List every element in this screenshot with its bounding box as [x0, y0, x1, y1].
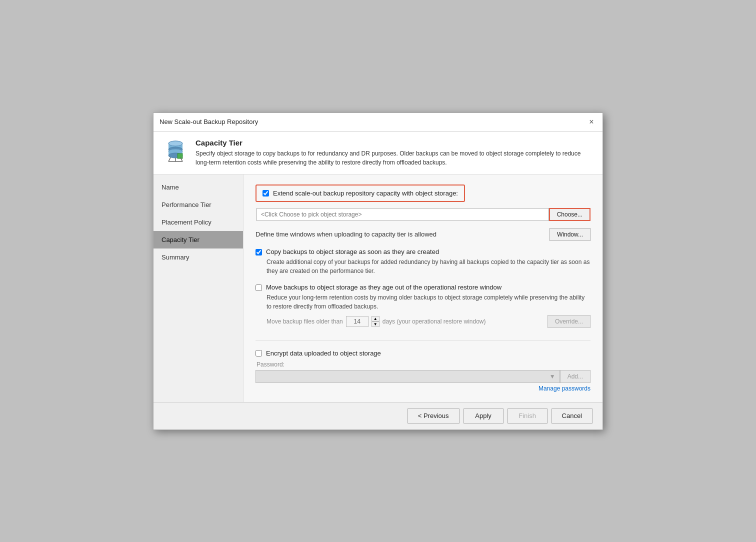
extend-section: Extend scale-out backup repository capac… [256, 184, 465, 202]
move-option-label: Move backups to object storage as they a… [266, 284, 502, 291]
move-option-row: Move backups to object storage as they a… [256, 284, 590, 291]
svg-rect-7 [178, 154, 182, 158]
copy-option-block: Copy backups to object storage as soon a… [256, 248, 590, 276]
dialog-title: New Scale-out Backup Repository [160, 118, 258, 126]
move-suffix-text: days (your operational restore window) [382, 318, 486, 325]
apply-button[interactable]: Apply [464, 408, 504, 424]
footer: < Previous Apply Finish Cancel [154, 402, 602, 430]
title-bar: New Scale-out Backup Repository × [154, 113, 602, 132]
extend-checkbox[interactable] [262, 190, 269, 196]
header-description: Specify object storage to copy backups t… [196, 149, 592, 167]
content-area: Name Performance Tier Placement Policy C… [154, 174, 602, 402]
sidebar-item-summary[interactable]: Summary [154, 248, 243, 266]
dropdown-arrow-icon: ▼ [550, 373, 556, 380]
spinner-down: ▼ [372, 322, 380, 327]
copy-option-row: Copy backups to object storage as soon a… [256, 248, 590, 256]
copy-option-description: Create additional copy of your backups f… [266, 258, 590, 276]
header-section: Capacity Tier Specify object storage to … [154, 132, 602, 174]
add-password-button: Add... [560, 370, 590, 383]
encrypt-section: Encrypt data uploaded to object storage … [256, 340, 590, 392]
main-content-panel: Extend scale-out backup repository capac… [244, 174, 602, 402]
move-option-block: Move backups to object storage as they a… [256, 284, 590, 328]
object-storage-row: Choose... [256, 208, 590, 221]
capacity-tier-icon [164, 138, 188, 164]
move-checkbox[interactable] [256, 284, 262, 291]
copy-option-label: Copy backups to object storage as soon a… [266, 248, 439, 256]
cancel-button[interactable]: Cancel [552, 408, 592, 424]
password-label: Password: [256, 361, 590, 368]
extend-label: Extend scale-out backup repository capac… [273, 190, 458, 197]
svg-line-8 [168, 158, 170, 162]
sidebar: Name Performance Tier Placement Policy C… [154, 174, 244, 402]
spinner-up: ▲ [372, 316, 380, 322]
move-days-row: Move backup files older than ▲ ▼ days (y… [266, 315, 590, 328]
finish-button: Finish [508, 408, 548, 424]
close-button[interactable]: × [586, 117, 596, 127]
move-option-description: Reduce your long-term retention costs by… [266, 293, 590, 311]
sidebar-item-performance-tier[interactable]: Performance Tier [154, 196, 243, 214]
object-storage-input[interactable] [256, 208, 549, 221]
main-dialog: New Scale-out Backup Repository × [153, 112, 603, 430]
move-prefix-text: Move backup files older than [266, 318, 343, 325]
time-window-text: Define time windows when uploading to ca… [256, 230, 436, 238]
days-spinner: ▲ ▼ [372, 316, 380, 327]
copy-checkbox[interactable] [256, 249, 262, 256]
encrypt-checkbox[interactable] [256, 350, 262, 356]
password-row: ▼ Add... [256, 370, 590, 383]
encrypt-label: Encrypt data uploaded to object storage [266, 350, 381, 357]
sidebar-item-capacity-tier[interactable]: Capacity Tier [154, 231, 243, 248]
header-title: Capacity Tier [196, 138, 592, 147]
days-input [346, 316, 368, 327]
override-button: Override... [548, 315, 590, 328]
choose-button[interactable]: Choose... [549, 208, 590, 221]
encrypt-row: Encrypt data uploaded to object storage [256, 350, 590, 357]
sidebar-item-placement-policy[interactable]: Placement Policy [154, 214, 243, 231]
svg-point-3 [168, 141, 182, 146]
sidebar-item-name[interactable]: Name [154, 178, 243, 196]
header-text: Capacity Tier Specify object storage to … [196, 138, 592, 167]
manage-passwords-link[interactable]: Manage passwords [256, 385, 590, 392]
previous-button[interactable]: < Previous [408, 408, 460, 424]
window-button[interactable]: Window... [550, 228, 590, 241]
time-window-row: Define time windows when uploading to ca… [256, 228, 590, 241]
password-select: ▼ [256, 370, 560, 383]
